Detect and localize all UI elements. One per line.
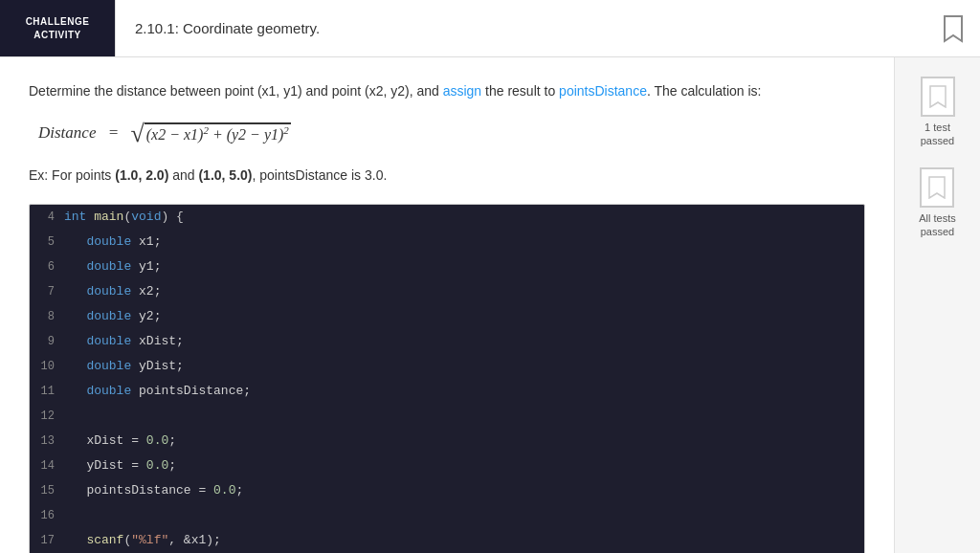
bookmark-icon	[942, 14, 965, 43]
content-panel: Determine the distance between point (x1…	[0, 57, 894, 553]
test2-bookmark-icon	[927, 176, 947, 199]
sqrt-symbol: √	[130, 122, 144, 146]
description-text: Determine the distance between point (x1…	[29, 80, 865, 101]
right-panel: 1 test passed All tests passed	[894, 57, 980, 553]
code-line-17: 17 scanf("%lf", &x1);	[30, 528, 864, 553]
code-line-8: 8 double y2;	[30, 304, 864, 329]
code-line-9: 9 double xDist;	[30, 329, 864, 354]
test2-icon	[920, 167, 954, 208]
example-point2: (1.0, 5.0)	[198, 167, 252, 183]
example-result: , pointsDistance is 3.0.	[252, 167, 387, 183]
example-point1: (1.0, 2.0)	[115, 167, 168, 183]
test1-bookmark-icon	[928, 85, 947, 108]
test1-badge: 1 test passed	[921, 77, 955, 148]
example-and: and	[168, 167, 198, 183]
desc-assign-word: assign	[443, 83, 481, 99]
test2-badge: All tests passed	[919, 167, 956, 239]
test1-label: 1 test passed	[921, 121, 954, 148]
bookmark-button[interactable]	[926, 0, 980, 56]
desc-before-assign: Determine the distance between point (x1…	[29, 83, 443, 99]
example-text: Ex: For points (1.0, 2.0) and (1.0, 5.0)…	[29, 165, 865, 186]
code-line-6: 6 double y1;	[30, 254, 864, 279]
main-content: Determine the distance between point (x1…	[0, 57, 980, 553]
formula-label: Distance	[38, 123, 96, 143]
header: CHALLENGE ACTIVITY 2.10.1: Coordinate ge…	[0, 0, 980, 57]
code-editor[interactable]: 4 int main(void) { 5 double x1; 6 double…	[29, 204, 865, 553]
example-label: Ex: For points	[29, 167, 115, 183]
code-line-13: 13 xDist = 0.0;	[30, 429, 864, 453]
formula-equals: =	[103, 123, 122, 143]
code-line-14: 14 yDist = 0.0;	[30, 453, 864, 478]
code-line-5: 5 double x1;	[30, 230, 864, 254]
code-line-16: 16	[30, 503, 864, 528]
formula-sqrt: √ (x2 − x1)2 + (y2 − y1)2	[130, 121, 290, 145]
code-line-7: 7 double x2;	[30, 279, 864, 304]
formula-block: Distance = √ (x2 − x1)2 + (y2 − y1)2	[38, 121, 865, 145]
code-line-15: 15 pointsDistance = 0.0;	[30, 478, 864, 503]
code-line-4: 4 int main(void) {	[30, 205, 864, 230]
test2-label: All tests passed	[919, 211, 956, 239]
code-line-10: 10 double yDist;	[30, 354, 864, 379]
desc-after-assign: the result to	[481, 83, 559, 99]
code-line-12: 12	[30, 404, 864, 429]
challenge-activity-label: CHALLENGE ACTIVITY	[0, 0, 115, 56]
code-line-11: 11 double pointsDistance;	[30, 379, 864, 404]
page-title: 2.10.1: Coordinate geometry.	[116, 0, 926, 56]
sqrt-content: (x2 − x1)2 + (y2 − y1)2	[145, 122, 291, 144]
test1-icon	[921, 77, 955, 117]
desc-points-word: pointsDistance	[559, 83, 647, 99]
desc-end: . The calculation is:	[647, 83, 762, 99]
